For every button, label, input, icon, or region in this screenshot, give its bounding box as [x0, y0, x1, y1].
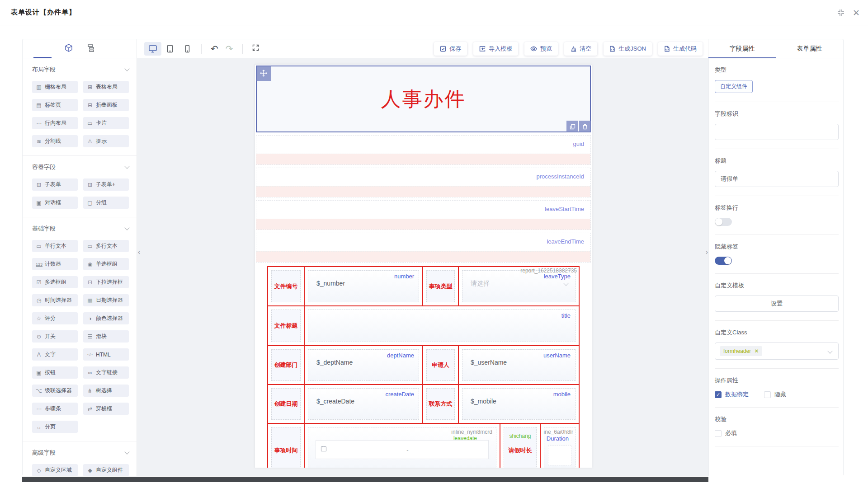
field-cell-number[interactable]: $_number number	[304, 267, 422, 305]
palette-item-time-picker[interactable]: ◷时间选择器	[32, 294, 78, 306]
palette-item-divider[interactable]: ≋分割线	[32, 135, 78, 147]
label-cell-duration[interactable]: shichang 请假时长	[500, 424, 540, 468]
palette-item-multi-line-text[interactable]: ▭多行文本	[83, 240, 129, 252]
undo-button[interactable]: ↶	[207, 43, 222, 54]
remove-tag-icon[interactable]: ✕	[754, 348, 759, 354]
field-cell-title[interactable]: title	[304, 306, 579, 345]
hidden-checkbox[interactable]: 隐藏	[764, 390, 786, 399]
field-cell-leave-date-range[interactable]: inline_nym8mcrd leavedate -	[304, 424, 500, 468]
fullscreen-icon[interactable]	[248, 44, 263, 53]
palette-item-date-picker[interactable]: ▦日期选择器	[83, 294, 129, 306]
template-settings-button[interactable]: 设置	[715, 296, 839, 312]
palette-item-custom-component[interactable]: ◆自定义组件	[83, 464, 129, 476]
field-cell-duration[interactable]: ine_6ai0h8lr Duration	[540, 424, 579, 468]
move-handle-icon[interactable]	[256, 66, 271, 81]
palette-item-inline-layout[interactable]: ⋯行内布局	[32, 117, 78, 129]
required-checkbox[interactable]: 必填	[715, 429, 839, 437]
label-cell[interactable]: 创建日期	[268, 385, 304, 423]
label-cell[interactable]: 文件标题	[268, 306, 304, 345]
collapse-left-panel-handle[interactable]: ‹	[138, 248, 140, 256]
transfer-icon: ⇄	[87, 406, 93, 412]
title-input[interactable]: 请假单	[715, 171, 839, 187]
device-desktop-button[interactable]	[144, 42, 161, 56]
report-table[interactable]: report_1622518382735 文件编号 $_number numbe…	[267, 266, 580, 468]
import-template-button[interactable]: 导入模板	[473, 42, 518, 56]
hidden-field-leave-start-time[interactable]: leaveStartTime	[256, 200, 591, 230]
delete-block-icon[interactable]	[579, 121, 591, 132]
palette-item-grid-layout[interactable]: ▥栅格布局	[32, 81, 78, 93]
hide-label-toggle[interactable]	[715, 257, 732, 265]
generate-code-button[interactable]: 生成代码	[658, 42, 703, 56]
label-cell[interactable]: 事项类型	[422, 267, 458, 305]
counter-icon: 123	[36, 262, 42, 267]
copy-block-icon[interactable]	[566, 121, 578, 132]
palette-item-cascader[interactable]: ⌥级联选择器	[32, 385, 78, 397]
palette-item-tree-select[interactable]: ⋔树选择	[83, 385, 129, 397]
palette-item-custom-area[interactable]: ◇自定义区域	[32, 464, 78, 476]
palette-item-dialog[interactable]: ▣对话框	[32, 197, 78, 209]
generate-json-button[interactable]: 生成JSON	[604, 42, 652, 56]
palette-item-counter[interactable]: 123计数器	[32, 258, 78, 270]
save-button[interactable]: 保存	[434, 42, 467, 56]
palette-item-collapse-panel[interactable]: ⊟折叠面板	[83, 99, 129, 111]
collapse-right-panel-handle[interactable]: ›	[706, 248, 708, 256]
hidden-field-process-instance-id[interactable]: processInstanceId	[256, 168, 591, 197]
palette-item-rate[interactable]: ☆评分	[32, 312, 78, 324]
palette-item-html[interactable]: </>HTML	[83, 348, 129, 361]
field-cell-user-name[interactable]: $_userName userName	[458, 346, 579, 384]
palette-item-radio-group[interactable]: ◉单选框组	[83, 258, 129, 270]
device-tablet-button[interactable]	[161, 42, 179, 56]
outline-tab-icon[interactable]	[86, 43, 95, 54]
palette-item-color-picker[interactable]: ◑颜色选择器	[83, 312, 129, 324]
custom-class-select[interactable]: formheader ✕	[715, 343, 839, 360]
palette-item-switch[interactable]: ⊙开关	[32, 330, 78, 343]
close-icon[interactable]: ✕	[853, 9, 860, 17]
palette-item-table-layout[interactable]: ⊞表格布局	[83, 81, 129, 93]
section-header[interactable]: 容器字段	[32, 163, 129, 171]
data-binding-checkbox[interactable]: ✓ 数据绑定	[715, 390, 749, 399]
form-header-block-selected[interactable]: 人事办件	[256, 66, 591, 132]
label-cell[interactable]: 申请人	[422, 346, 458, 384]
palette-item-slider[interactable]: ☰滑块	[83, 330, 129, 343]
palette-item-single-line-text[interactable]: ▭单行文本	[32, 240, 78, 252]
label-wrap-toggle[interactable]	[715, 218, 732, 226]
palette-item-button[interactable]: ▣按钮	[32, 366, 78, 379]
palette-item-text-link[interactable]: ∞文字链接	[83, 366, 129, 379]
hidden-field-leave-end-time[interactable]: leaveEndTime	[256, 233, 591, 263]
palette-item-pagination[interactable]: ↔分页	[32, 421, 78, 433]
date-range-input[interactable]: -	[316, 440, 489, 459]
field-cell-create-date[interactable]: $_createDate createDate	[304, 385, 422, 423]
palette-item-tabs[interactable]: ▤标签页	[32, 99, 78, 111]
palette-item-checkbox-group[interactable]: ☑多选框组	[32, 276, 78, 288]
tab-field-properties[interactable]: 字段属性	[708, 39, 776, 58]
hidden-field-guid[interactable]: guid	[256, 135, 591, 165]
compress-icon[interactable]	[837, 9, 844, 16]
palette-item-select[interactable]: ⊡下拉选择框	[83, 276, 129, 288]
section-header[interactable]: 布局字段	[32, 66, 129, 74]
redo-button[interactable]: ↷	[222, 43, 237, 54]
section-header[interactable]: 高级字段	[32, 449, 129, 457]
palette-item-card[interactable]: ▭卡片	[83, 117, 129, 129]
label-cell[interactable]: 创建部门	[268, 346, 304, 384]
palette-item-text[interactable]: A文字	[32, 348, 78, 361]
label-cell[interactable]: 事项时间	[268, 424, 304, 468]
label-cell[interactable]: 文件编号	[268, 267, 304, 305]
field-cell-mobile[interactable]: $_mobile mobile	[458, 385, 579, 423]
section-header[interactable]: 基础字段	[32, 225, 129, 233]
palette-item-subform-plus[interactable]: ⊞子表单+	[83, 178, 129, 191]
palette-item-transfer[interactable]: ⇄穿梭框	[83, 403, 129, 415]
palette-item-subform[interactable]: ⊞子表单	[32, 178, 78, 191]
palette-item-group[interactable]: ▢分组	[83, 197, 129, 209]
horizontal-scrollbar[interactable]	[22, 477, 708, 482]
field-cell-dept-name[interactable]: $_deptName deptName	[304, 346, 422, 384]
palette-item-alert[interactable]: ⚠提示	[83, 135, 129, 147]
duration-input[interactable]	[548, 446, 571, 465]
clear-button[interactable]: 清空	[564, 42, 597, 56]
label-cell[interactable]: 联系方式	[422, 385, 458, 423]
preview-button[interactable]: 预览	[524, 42, 558, 56]
palette-item-steps[interactable]: ⋯步骤条	[32, 403, 78, 415]
field-id-input[interactable]	[715, 124, 839, 140]
components-tab-icon[interactable]	[64, 43, 73, 54]
tab-form-properties[interactable]: 表单属性	[776, 39, 843, 58]
device-phone-button[interactable]	[179, 42, 196, 56]
